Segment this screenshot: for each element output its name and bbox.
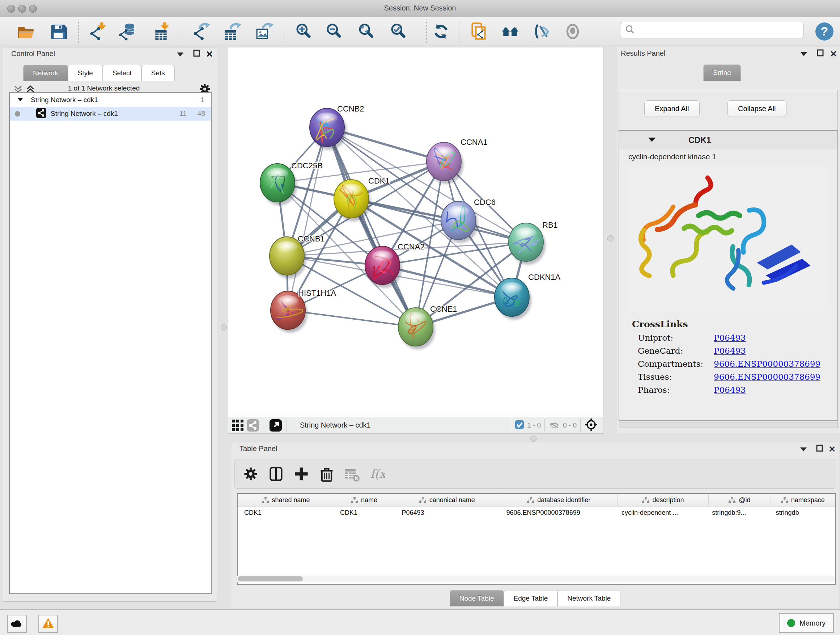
- gene-details-box: CDK1 cyclin-dependent kinase 1: [619, 130, 838, 421]
- search-input[interactable]: [635, 26, 803, 35]
- hidden-eye-icon[interactable]: [548, 420, 560, 431]
- node-CCNE1[interactable]: [398, 308, 435, 349]
- maximize-panel-icon[interactable]: [193, 50, 201, 58]
- toolbar-separator: [511, 419, 511, 432]
- network-row-selected[interactable]: String Network – cdk1 11 48: [10, 107, 211, 120]
- zoom-fit-icon[interactable]: [357, 22, 376, 41]
- table-cell: P06493: [395, 507, 500, 519]
- show-display-icon[interactable]: [563, 22, 583, 41]
- import-network-icon[interactable]: [88, 22, 108, 41]
- tree-expander-icon[interactable]: [17, 96, 24, 104]
- node-label-CDKN1A: CDKN1A: [528, 272, 561, 282]
- tab-string[interactable]: String: [703, 65, 741, 81]
- export-image-icon[interactable]: [255, 22, 274, 41]
- node-CDKN1A[interactable]: [494, 278, 531, 320]
- node-CCNA2[interactable]: [365, 246, 402, 288]
- vertical-splitter-handle[interactable]: [221, 325, 227, 331]
- close-panel-icon[interactable]: ✕: [830, 49, 837, 59]
- network-collection-row[interactable]: String Network – cdk1 1: [10, 93, 211, 107]
- column-header-database-identifier[interactable]: database identifier: [500, 494, 618, 506]
- warning-button[interactable]: [38, 615, 58, 633]
- scrollbar-thumb[interactable]: [238, 576, 303, 581]
- vertical-splitter-handle[interactable]: [607, 235, 614, 241]
- tab-edge-table[interactable]: Edge Table: [504, 590, 558, 606]
- float-panel-icon[interactable]: [176, 51, 184, 58]
- crosslink-link[interactable]: 9606.ENSP00000378699: [714, 372, 821, 382]
- function-icon[interactable]: f(x): [368, 464, 387, 483]
- export-network-icon[interactable]: [192, 22, 212, 41]
- crosslink-link[interactable]: 9606.ENSP00000378699: [714, 359, 821, 369]
- search-field[interactable]: [620, 22, 804, 38]
- zoom-in-icon[interactable]: [294, 22, 314, 41]
- node-CCNB2[interactable]: [309, 108, 347, 150]
- column-header-canonical-name[interactable]: canonical name: [394, 494, 500, 506]
- table-delete-icon[interactable]: [343, 464, 362, 483]
- table-horizontal-scrollbar[interactable]: [237, 576, 835, 582]
- tab-network-table[interactable]: Network Table: [557, 590, 621, 606]
- gene-expander-icon[interactable]: [648, 137, 656, 144]
- column-header-name[interactable]: name: [334, 494, 394, 506]
- node-table[interactable]: shared namenamecanonical namedatabase id…: [237, 493, 836, 585]
- selected-checkbox-icon[interactable]: [515, 420, 524, 431]
- save-icon[interactable]: [48, 22, 68, 41]
- cloud-button[interactable]: [7, 615, 27, 633]
- results-scrollbar[interactable]: [619, 422, 838, 428]
- gear-icon[interactable]: [241, 464, 260, 483]
- node-RB1[interactable]: [508, 223, 546, 264]
- expand-all-button[interactable]: Expand All: [644, 100, 699, 117]
- crosslink-link[interactable]: P06493: [714, 346, 746, 356]
- add-column-icon[interactable]: [292, 464, 311, 483]
- svg-text:f(x): f(x): [370, 467, 385, 481]
- collapse-all-button[interactable]: Collapse All: [728, 100, 786, 117]
- help-icon[interactable]: ?: [815, 22, 834, 41]
- export-table-icon[interactable]: [223, 22, 242, 41]
- tab-select[interactable]: Select: [103, 65, 141, 81]
- clipboard-share-icon[interactable]: [469, 22, 489, 41]
- close-panel-icon[interactable]: ✕: [206, 49, 213, 59]
- tab-sets[interactable]: Sets: [141, 65, 175, 81]
- window-title: Session: New Session: [0, 4, 840, 12]
- refresh-icon[interactable]: [431, 22, 451, 41]
- home-icon[interactable]: [500, 22, 520, 41]
- table-row[interactable]: CDK1CDK1P064939606.ENSP00000378699cyclin…: [238, 507, 835, 519]
- maximize-panel-icon[interactable]: [816, 445, 823, 453]
- column-header-shared-name[interactable]: shared name: [238, 494, 334, 506]
- import-database-icon[interactable]: [118, 22, 137, 41]
- gene-header[interactable]: CDK1: [619, 131, 837, 150]
- open-folder-icon[interactable]: [16, 22, 36, 41]
- open-in-window-icon[interactable]: [268, 416, 283, 435]
- crosslink-link[interactable]: P06493: [714, 385, 746, 394]
- table-cell: 9606.ENSP00000378699: [500, 507, 615, 519]
- grid-view-icon[interactable]: [231, 416, 245, 435]
- memory-button[interactable]: Memory: [779, 613, 834, 633]
- zoom-selected-icon[interactable]: [389, 22, 409, 41]
- tab-style[interactable]: Style: [68, 65, 103, 81]
- column-header--id[interactable]: @id: [709, 494, 771, 506]
- maximize-panel-icon[interactable]: [817, 49, 824, 58]
- network-canvas[interactable]: CCNB2 CCNA1 CDC25B CDK1 CDC6 RB1 CCNB1 C…: [228, 48, 603, 417]
- node-label-CDC6: CDC6: [474, 198, 496, 207]
- import-table-icon[interactable]: [152, 22, 171, 41]
- hide-display-icon[interactable]: [532, 22, 551, 41]
- column-header-description[interactable]: description: [618, 494, 709, 506]
- edge-CDK1-RB1[interactable]: [351, 199, 526, 242]
- close-panel-icon[interactable]: ✕: [829, 444, 836, 454]
- table-cell: cyclin-dependent ...: [615, 507, 706, 519]
- column-header-namespace[interactable]: namespace: [771, 494, 835, 506]
- float-panel-icon[interactable]: [799, 446, 807, 453]
- crosslink-link[interactable]: P06493: [714, 333, 746, 342]
- birds-eye-crosshair-icon[interactable]: [584, 418, 598, 433]
- tab-network[interactable]: Network: [23, 65, 68, 81]
- zoom-out-icon[interactable]: [325, 22, 344, 41]
- edge-CCNB2-CCNE1[interactable]: [327, 127, 416, 327]
- split-columns-icon[interactable]: [267, 464, 286, 483]
- float-panel-icon[interactable]: [800, 51, 808, 58]
- toolbar-separator: [284, 19, 284, 43]
- node-CCNA1[interactable]: [426, 142, 463, 184]
- tab-node-table[interactable]: Node Table: [450, 590, 504, 606]
- network-share-icon[interactable]: [246, 416, 260, 435]
- edge-CCNB2-HIST1H1A[interactable]: [288, 127, 327, 310]
- node-CDK1[interactable]: [334, 180, 371, 221]
- horizontal-splitter-handle[interactable]: [531, 435, 537, 442]
- delete-column-icon[interactable]: [317, 464, 336, 483]
